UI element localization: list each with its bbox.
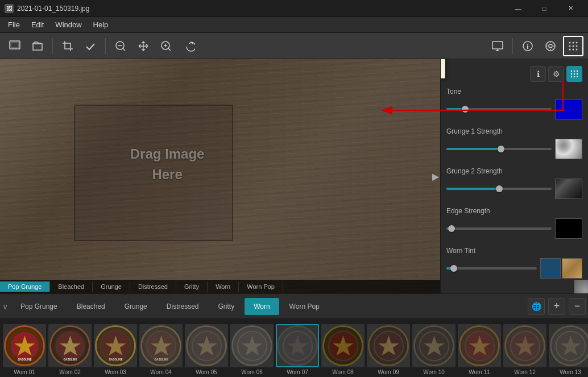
panel-info-button[interactable]: ℹ: [530, 66, 546, 82]
edge-slider-section: Edge Strength: [446, 207, 582, 239]
bottom-tab-worn-pop[interactable]: Worn Pop: [280, 298, 329, 315]
grunge1-slider-track[interactable]: [446, 148, 552, 150]
zoom-out-button[interactable]: [110, 36, 131, 56]
grunge2-preview: [555, 179, 582, 199]
svg-point-24: [574, 76, 575, 77]
right-panel: Randomizes the Styles. This feature crea…: [440, 59, 588, 293]
thumb-worn-11[interactable]: Worn 11: [457, 324, 502, 375]
thumb-worn-07-label: Worn 07: [287, 369, 308, 375]
svg-point-7: [549, 44, 552, 48]
panel-icon-row: ℹ ⚙: [446, 66, 582, 82]
toolbar: [0, 33, 588, 59]
panel-randomize-button[interactable]: [566, 66, 582, 82]
svg-point-21: [574, 73, 575, 74]
thumb-worn-09-label: Worn 09: [378, 369, 399, 375]
thumb-worn-10[interactable]: Worn 10: [412, 324, 456, 375]
rotate-button[interactable]: [179, 36, 199, 56]
menu-edit[interactable]: Edit: [26, 18, 49, 31]
overlay-tab-pop-grunge[interactable]: Pop Grunge: [0, 281, 50, 292]
overlay-tab-worn[interactable]: Worn: [208, 281, 239, 292]
thumb-worn-12[interactable]: Worn 12: [503, 324, 547, 375]
drag-image-text: Drag ImageHere: [130, 144, 205, 185]
open-file-button[interactable]: [27, 36, 48, 56]
thumb-worn-05[interactable]: Worn 05: [184, 324, 229, 375]
bottom-tab-worn[interactable]: Worn: [245, 298, 279, 315]
svg-rect-4: [492, 42, 503, 49]
minimize-button[interactable]: —: [505, 0, 531, 17]
bottom-tab-distressed[interactable]: Distressed: [158, 298, 208, 315]
overlay-tab-distressed[interactable]: Distressed: [130, 281, 176, 292]
crop-button[interactable]: [57, 36, 78, 56]
grunge1-label: Grunge 1 Strength: [446, 127, 582, 135]
bottom-tab-pop-grunge[interactable]: Pop Grunge: [11, 298, 67, 315]
thumb-worn-03[interactable]: GASOLINE Worn 03: [93, 324, 138, 375]
close-button[interactable]: ✕: [557, 0, 583, 17]
zoom-in-button[interactable]: [156, 36, 176, 56]
svg-point-8: [569, 42, 571, 43]
bottom-tab-grunge[interactable]: Grunge: [115, 298, 156, 315]
grunge2-slider-track[interactable]: [446, 188, 552, 190]
svg-point-25: [577, 76, 578, 77]
thumb-worn-06-label: Worn 06: [241, 369, 263, 375]
maximize-button[interactable]: □: [531, 0, 557, 17]
info-button[interactable]: [517, 36, 538, 56]
svg-point-20: [571, 73, 572, 74]
worn-tint-preview-blue: [540, 258, 561, 279]
thumb-worn-09[interactable]: Worn 09: [366, 324, 411, 375]
main-area: Drag ImageHere ▶ Pop Grunge Bleached Gru…: [0, 59, 588, 293]
toolbar-separator-3: [512, 38, 513, 54]
tone-slider-track[interactable]: [446, 108, 552, 110]
canvas-right-arrow[interactable]: ▶: [432, 171, 439, 182]
edge-slider-track[interactable]: [446, 227, 552, 230]
menu-help[interactable]: Help: [88, 18, 114, 31]
thumb-worn-08[interactable]: Worn 08: [321, 324, 365, 375]
thumb-worn-08-label: Worn 08: [332, 369, 354, 375]
title-bar: 🖼 2021-01-01_150319.jpg — □ ✕: [0, 0, 588, 17]
overlay-tab-worn-pop[interactable]: Worn Pop: [239, 281, 283, 292]
bottom-minus-button[interactable]: −: [569, 298, 586, 315]
thumb-worn-12-label: Worn 12: [514, 369, 536, 375]
menu-window[interactable]: Window: [49, 18, 87, 31]
move-button[interactable]: [133, 36, 154, 56]
thumb-worn-04[interactable]: GASOLINE Worn 04: [139, 324, 183, 375]
svg-point-12: [573, 45, 574, 47]
grunge2-slider-section: Grunge 2 Strength: [446, 167, 582, 199]
tooltip-box: Randomizes the Styles. This feature crea…: [440, 59, 445, 78]
worn-tint-slider-track[interactable]: [446, 267, 537, 270]
thumb-worn-07[interactable]: Worn 07: [275, 324, 320, 375]
panel-settings-button[interactable]: ⚙: [548, 66, 564, 82]
fit-screen-button[interactable]: [5, 36, 25, 56]
bottom-globe-button[interactable]: 🌐: [528, 298, 545, 315]
randomize-button[interactable]: [563, 36, 583, 56]
bottom-tab-gritty[interactable]: Gritty: [209, 298, 243, 315]
overlay-tab-bleached[interactable]: Bleached: [50, 281, 93, 292]
thumb-worn-04-label: Worn 04: [150, 369, 172, 375]
display-button[interactable]: [487, 36, 508, 56]
window-title: 2021-01-01_150319.jpg: [17, 5, 505, 13]
menu-file[interactable]: File: [2, 18, 26, 31]
tone-slider-section: Tone: [446, 88, 582, 119]
svg-point-22: [577, 73, 578, 74]
grunge2-slider-row: [446, 179, 582, 199]
thumb-worn-02-label: Worn 02: [59, 369, 81, 375]
overlay-tab-gritty[interactable]: Gritty: [176, 281, 208, 292]
style-tabs-overlay: Pop Grunge Bleached Grunge Distressed Gr…: [0, 280, 440, 293]
svg-text:GASOLINE: GASOLINE: [18, 358, 31, 361]
tone-label: Tone: [446, 88, 582, 96]
bottom-add-button[interactable]: +: [548, 298, 565, 315]
confirm-button[interactable]: [80, 36, 101, 56]
thumb-worn-06[interactable]: Worn 06: [230, 324, 274, 375]
svg-point-23: [571, 76, 572, 77]
canvas-area[interactable]: Drag ImageHere ▶ Pop Grunge Bleached Gru…: [0, 59, 440, 293]
overlay-tab-grunge[interactable]: Grunge: [93, 281, 130, 292]
bottom-tab-bleached[interactable]: Bleached: [68, 298, 114, 315]
worn-tint-label: Worn Tint: [446, 247, 582, 255]
effects-button[interactable]: [540, 36, 561, 56]
grunge1-slider-section: Grunge 1 Strength: [446, 127, 582, 159]
thumb-worn-02[interactable]: GASOLINE Worn 02: [48, 324, 92, 375]
bottom-chevron-button[interactable]: ∨: [2, 302, 8, 311]
tone-slider-row: [446, 99, 582, 119]
thumb-worn-01[interactable]: GASOLINE Worn 01: [2, 324, 47, 375]
svg-point-15: [573, 48, 574, 50]
thumb-worn-13[interactable]: Worn 13: [548, 324, 588, 375]
